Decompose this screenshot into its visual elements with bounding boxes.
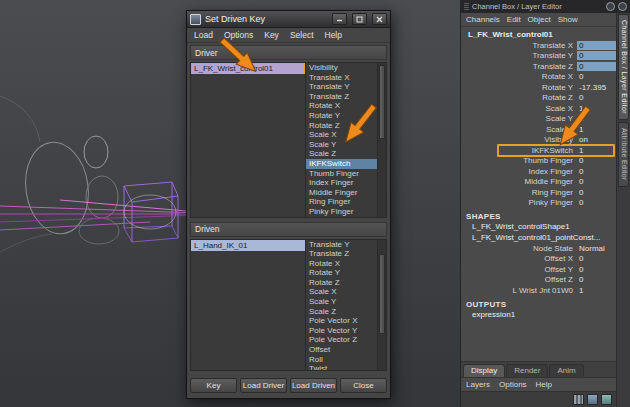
driven-attribute-item[interactable]: Offset <box>306 345 378 355</box>
side-panel-tab[interactable]: Channel Box / Layer Editor <box>618 14 629 120</box>
channel-box-object-name[interactable]: L_FK_Wrist_control01 <box>461 27 616 40</box>
channel-value-field[interactable]: 1 <box>577 104 616 113</box>
driven-attribute-item[interactable]: Translate Y <box>306 240 378 250</box>
driver-attribute-item[interactable]: Pinky Finger <box>306 207 378 217</box>
driven-attribute-item[interactable]: Twist <box>306 364 378 370</box>
dialog-menu-item[interactable]: Options <box>219 29 258 41</box>
driver-attribute-item[interactable]: Scale X <box>306 130 378 140</box>
minimize-button[interactable] <box>332 13 347 25</box>
channel-value-field[interactable]: 0 <box>577 41 616 50</box>
driver-attribute-item[interactable]: Ring Finger <box>306 197 378 207</box>
driven-attribute-item[interactable]: Rotate Y <box>306 268 378 278</box>
dialog-button[interactable]: Load Driven <box>290 378 337 393</box>
driven-attribute-item[interactable]: Pole Vector Z <box>306 335 378 345</box>
driven-attribute-item[interactable]: Translate Z <box>306 249 378 259</box>
channel-box-menu-item[interactable]: Channels <box>466 15 500 24</box>
output-node-name[interactable]: expression1 <box>461 310 616 321</box>
panel-toggle-icon[interactable] <box>606 2 615 11</box>
channel-value-field[interactable]: on <box>577 135 616 144</box>
dialog-menu-item[interactable]: Load <box>189 29 218 41</box>
driven-attribute-item[interactable]: Scale Y <box>306 297 378 307</box>
panel-header[interactable]: Channel Box / Layer Editor <box>461 0 630 13</box>
channel-value-field[interactable]: 0 <box>577 254 616 263</box>
channel-box-menu-item[interactable]: Object <box>528 15 551 24</box>
driver-attribute-item[interactable]: IKFKSwitch <box>306 159 378 169</box>
new-layer-icon[interactable] <box>587 394 598 405</box>
driven-attribute-item[interactable]: Pole Vector X <box>306 316 378 326</box>
layers-grid-icon[interactable] <box>573 394 584 405</box>
driver-object-list[interactable]: L_FK_Wrist_control01 <box>191 63 306 217</box>
channel-value-field[interactable]: 0 <box>577 188 616 197</box>
driver-attribute-list[interactable]: VisibilityTranslate XTranslate YTranslat… <box>306 63 386 217</box>
channel-value-field[interactable]: 1 <box>577 286 616 295</box>
channel-value-field[interactable]: 0 <box>577 167 616 176</box>
layer-editor-tab[interactable]: Anim <box>549 364 583 377</box>
layer-editor-tab[interactable]: Render <box>506 364 548 377</box>
channel-value-field[interactable]: 1 <box>577 114 616 123</box>
shape-node-name[interactable]: L_FK_Wrist_controlShape1 <box>461 222 616 233</box>
channel-row: Pinky Finger 0 <box>461 198 616 209</box>
driven-scrollbar[interactable] <box>377 240 386 371</box>
side-panel-tab[interactable]: Attribute Editor <box>618 122 629 187</box>
dialog-menu-item[interactable]: Key <box>259 29 284 41</box>
channel-box-menu-item[interactable]: Show <box>558 15 578 24</box>
driver-section-header[interactable]: Driver <box>190 45 387 60</box>
layer-editor-menu-item[interactable]: Layers <box>466 380 490 389</box>
window-titlebar[interactable]: Set Driven Key <box>187 11 390 28</box>
driver-attribute-item[interactable]: Translate Z <box>306 92 378 102</box>
channel-value-field[interactable]: Normal <box>577 244 616 253</box>
channel-value-field[interactable]: -17.395 <box>577 83 616 92</box>
channel-value-field[interactable]: 1 <box>577 146 616 155</box>
dialog-button[interactable]: Key <box>190 378 237 393</box>
channel-value-field[interactable]: 0 <box>577 93 616 102</box>
driven-attribute-item[interactable]: Rotate X <box>306 259 378 269</box>
driver-attribute-item[interactable]: Index Finger <box>306 178 378 188</box>
dialog-menu-item[interactable]: Select <box>285 29 319 41</box>
driven-object-list[interactable]: L_Hand_IK_01 <box>191 240 306 371</box>
channel-value-field[interactable]: 0 <box>577 275 616 284</box>
maximize-button[interactable] <box>352 13 367 25</box>
driver-attribute-item[interactable]: Translate Y <box>306 82 378 92</box>
channel-value-field[interactable]: 0 <box>577 72 616 81</box>
driver-attribute-item[interactable]: Scale Y <box>306 140 378 150</box>
channel-value-field[interactable]: 0 <box>577 265 616 274</box>
driven-scrollbar-thumb[interactable] <box>379 254 385 334</box>
driven-section-header[interactable]: Driven <box>190 222 387 237</box>
driven-object-item[interactable]: L_Hand_IK_01 <box>191 240 305 251</box>
driver-scrollbar[interactable] <box>377 63 386 217</box>
driver-attribute-item[interactable]: Translate X <box>306 73 378 83</box>
channel-value-field[interactable]: 1 <box>577 125 616 134</box>
driver-attribute-item[interactable]: Scale Z <box>306 149 378 159</box>
driver-object-item[interactable]: L_FK_Wrist_control01 <box>191 63 305 74</box>
channel-value-field[interactable]: 0 <box>577 51 616 60</box>
dialog-button[interactable]: Load Driver <box>240 378 287 393</box>
driver-attribute-item[interactable]: Middle Finger <box>306 188 378 198</box>
channel-value-field[interactable]: 0 <box>577 198 616 207</box>
driven-attribute-item[interactable]: Rotate Z <box>306 278 378 288</box>
new-layer-from-selected-icon[interactable] <box>601 394 612 405</box>
shape-node-name[interactable]: L_FK_Wrist_control01_pointConst... <box>461 233 616 244</box>
channel-value-field[interactable]: 0 <box>577 156 616 165</box>
layer-editor-tab[interactable]: Display <box>463 364 505 377</box>
dialog-button[interactable]: Close <box>340 378 387 393</box>
dialog-menu-item[interactable]: Help <box>320 29 347 41</box>
channel-value-field[interactable]: 0 <box>577 62 616 71</box>
driver-scrollbar-thumb[interactable] <box>379 65 385 139</box>
driver-attribute-item[interactable]: Rotate X <box>306 101 378 111</box>
driven-attribute-list[interactable]: Translate YTranslate ZRotate XRotate YRo… <box>306 240 386 371</box>
driver-attribute-item[interactable]: Rotate Y <box>306 111 378 121</box>
layer-editor-menu-item[interactable]: Help <box>536 380 552 389</box>
driver-attribute-item[interactable]: Visibility <box>306 63 378 73</box>
driven-attribute-item[interactable]: Scale X <box>306 287 378 297</box>
driver-attribute-item[interactable]: Rotate Z <box>306 121 378 131</box>
driven-attribute-item[interactable]: Roll <box>306 355 378 365</box>
driven-attribute-item[interactable]: Pole Vector Y <box>306 326 378 336</box>
channel-value-field[interactable]: 0 <box>577 177 616 186</box>
close-button[interactable] <box>372 13 387 25</box>
channel-box-menu-item[interactable]: Edit <box>507 15 521 24</box>
driver-attribute-item[interactable]: Thumb Finger <box>306 169 378 179</box>
panel-settings-icon[interactable] <box>618 2 627 11</box>
layer-editor-menu-item[interactable]: Options <box>499 380 527 389</box>
panel-grip-icon[interactable] <box>464 3 469 10</box>
driven-attribute-item[interactable]: Scale Z <box>306 307 378 317</box>
